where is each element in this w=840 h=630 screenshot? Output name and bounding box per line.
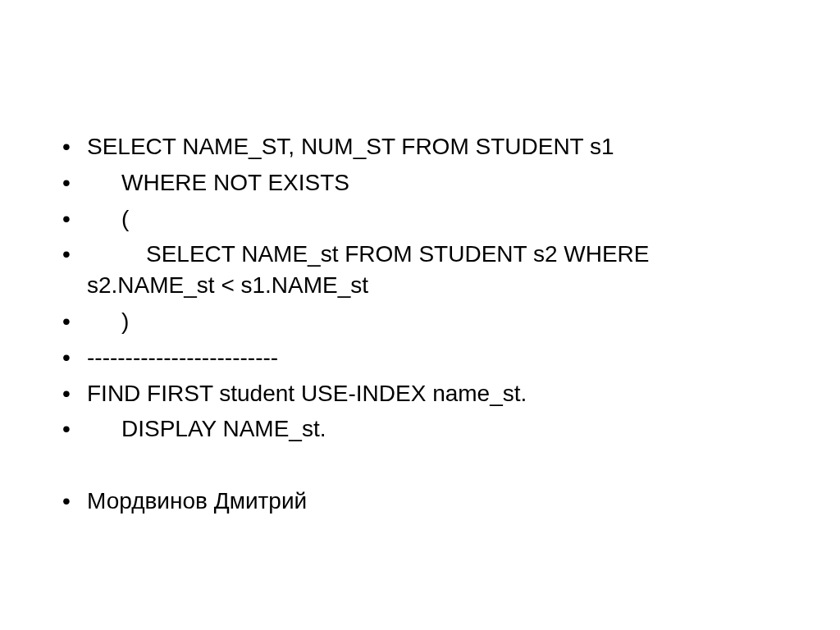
list-item-text: FIND FIRST student USE-INDEX name_st.	[87, 381, 527, 406]
list-item: SELECT NAME_ST, NUM_ST FROM STUDENT s1	[57, 131, 783, 162]
list-item: Мордвинов Дмитрий	[57, 486, 783, 517]
bullet-list: SELECT NAME_ST, NUM_ST FROM STUDENT s1 W…	[57, 131, 783, 517]
list-item-text: SELECT NAME_ST, NUM_ST FROM STUDENT s1	[87, 134, 614, 159]
list-item: (	[57, 203, 783, 235]
list-item: WHERE NOT EXISTS	[57, 167, 783, 199]
list-item: -------------------------	[57, 342, 783, 373]
list-item: DISPLAY NAME_st.	[57, 413, 783, 445]
list-item-text: WHERE NOT EXISTS	[121, 170, 349, 195]
list-item-text: SELECT NAME_st FROM STUDENT s2 WHERE s2.…	[87, 241, 650, 298]
list-item: FIND FIRST student USE-INDEX name_st.	[57, 378, 783, 409]
list-item-text: )	[121, 308, 129, 334]
list-item-text: DISPLAY NAME_st.	[121, 416, 326, 441]
list-item: SELECT NAME_st FROM STUDENT s2 WHERE s2.…	[57, 239, 783, 301]
list-item-text: Мордвинов Дмитрий	[87, 488, 307, 514]
list-item-text: -------------------------	[87, 345, 278, 370]
list-item-text: (	[121, 206, 129, 231]
slide: SELECT NAME_ST, NUM_ST FROM STUDENT s1 W…	[0, 0, 840, 630]
list-item: )	[57, 306, 783, 337]
list-item-blank	[57, 450, 783, 481]
